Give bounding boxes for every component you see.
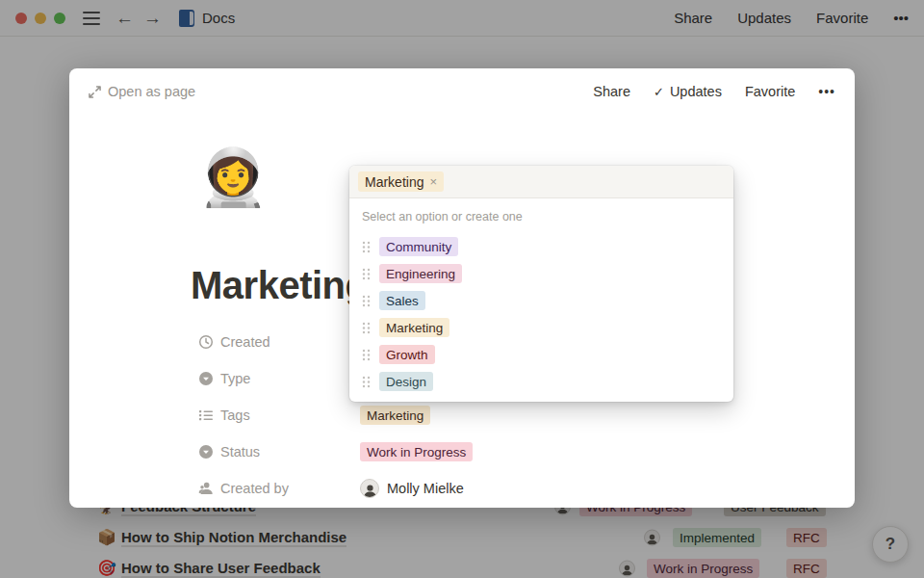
- person-icon: [197, 480, 215, 497]
- open-as-page-button[interactable]: Open as page: [89, 84, 195, 99]
- property-value[interactable]: Molly Mielke: [360, 479, 464, 498]
- page-title[interactable]: Marketing: [191, 264, 368, 307]
- drag-handle-icon[interactable]: [362, 241, 371, 253]
- option-tag[interactable]: Growth: [379, 345, 435, 364]
- property-label: Tags: [220, 407, 360, 423]
- modal-header: Open as page Share ✓ Updates Favorite ••…: [69, 68, 855, 115]
- list-icon: [197, 407, 215, 424]
- property-value[interactable]: Marketing: [360, 406, 430, 425]
- option-tag[interactable]: Marketing: [379, 318, 449, 337]
- drag-handle-icon[interactable]: [362, 376, 371, 388]
- property-row-tags[interactable]: Tags Marketing: [197, 397, 813, 434]
- property-value[interactable]: Work in Progress: [360, 442, 473, 461]
- property-row-created-by[interactable]: Created by Molly Mielke: [197, 470, 813, 507]
- option-tag[interactable]: Sales: [379, 291, 425, 310]
- drag-handle-icon[interactable]: [362, 349, 371, 361]
- property-label: Created: [220, 334, 360, 350]
- option-sales[interactable]: Sales: [349, 287, 733, 314]
- tag-work-in-progress[interactable]: Work in Progress: [360, 442, 473, 461]
- clock-icon: [197, 333, 215, 351]
- property-label: Status: [220, 444, 360, 460]
- property-row-status[interactable]: Status Work in Progress: [197, 434, 813, 470]
- option-design[interactable]: Design: [349, 368, 733, 395]
- property-label: Type: [220, 371, 360, 386]
- check-icon: ✓: [654, 85, 664, 99]
- option-growth[interactable]: Growth: [349, 341, 733, 368]
- open-as-page-label: Open as page: [108, 84, 195, 99]
- expand-icon: [89, 86, 101, 98]
- created-by-name: Molly Mielke: [387, 481, 464, 496]
- option-community[interactable]: Community: [349, 233, 733, 260]
- tag-marketing[interactable]: Marketing: [360, 406, 430, 425]
- avatar-molly-mielke: [360, 479, 379, 498]
- remove-tag-icon[interactable]: ×: [429, 175, 437, 188]
- option-tag[interactable]: Community: [379, 237, 458, 256]
- drag-handle-icon[interactable]: [362, 268, 371, 280]
- page-emoji-icon[interactable]: 👩‍🚀: [198, 149, 268, 205]
- selected-tag-chip[interactable]: Marketing ×: [358, 171, 444, 192]
- drag-handle-icon[interactable]: [362, 322, 371, 334]
- option-engineering[interactable]: Engineering: [349, 260, 733, 287]
- option-tag[interactable]: Engineering: [379, 264, 462, 283]
- updates-label: Updates: [670, 84, 722, 99]
- dropdown-options: Community Engineering Sales Marketing: [349, 227, 733, 402]
- updates-button[interactable]: ✓ Updates: [654, 84, 722, 99]
- favorite-button[interactable]: Favorite: [745, 84, 795, 99]
- select-icon: [197, 370, 215, 387]
- select-icon: [197, 443, 215, 460]
- tag-input[interactable]: Marketing ×: [349, 166, 733, 198]
- screen: ← → Docs Share Updates Favorite ••• 🦅 Fe…: [0, 0, 924, 578]
- more-button[interactable]: •••: [818, 84, 835, 99]
- option-marketing[interactable]: Marketing: [349, 314, 733, 341]
- dropdown-hint: Select an option or create one: [349, 198, 733, 227]
- tag-select-dropdown: Marketing × Select an option or create o…: [349, 166, 733, 402]
- share-button[interactable]: Share: [593, 84, 630, 99]
- option-tag[interactable]: Design: [379, 372, 433, 391]
- drag-handle-icon[interactable]: [362, 295, 371, 307]
- property-label: Created by: [220, 481, 360, 496]
- selected-tag-label: Marketing: [365, 174, 424, 190]
